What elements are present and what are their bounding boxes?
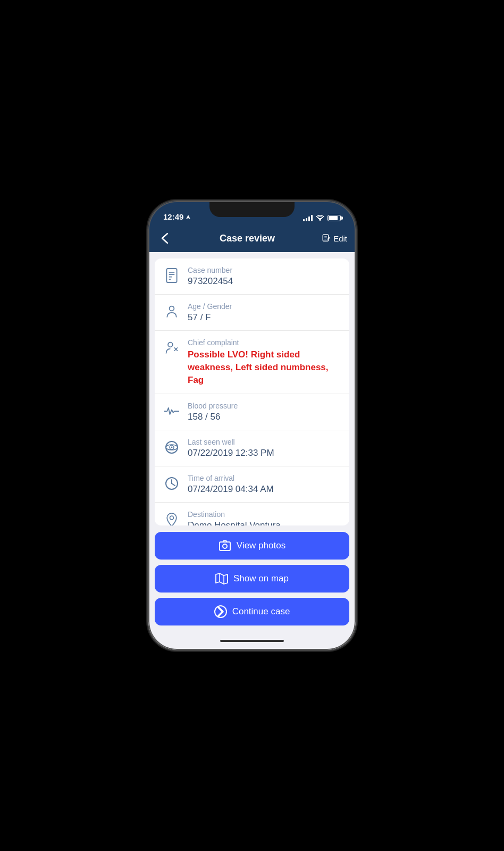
svg-rect-6 xyxy=(166,269,177,282)
blood-pressure-label: Blood pressure xyxy=(188,402,341,410)
chevron-right-icon xyxy=(215,605,226,618)
wifi-icon xyxy=(316,215,324,221)
status-time: 12:49 xyxy=(163,212,191,221)
destination-content: Destination Demo Hospital Ventura xyxy=(188,510,341,525)
show-on-map-button[interactable]: Show on map xyxy=(155,565,349,593)
age-gender-label: Age / Gender xyxy=(188,302,341,311)
last-seen-well-content: Last seen well 07/22/2019 12:33 PM xyxy=(188,438,341,458)
blood-pressure-row: Blood pressure 158 / 56 xyxy=(155,394,349,430)
svg-point-24 xyxy=(223,544,227,548)
time-display: 12:49 xyxy=(163,212,183,221)
svg-point-22 xyxy=(170,516,174,520)
back-button[interactable] xyxy=(157,228,173,248)
svg-point-11 xyxy=(170,306,174,311)
case-number-row: Case number 973202454 xyxy=(155,258,349,295)
nav-bar: Case review Edit xyxy=(148,224,356,252)
time-of-arrival-value: 07/24/2019 04:34 AM xyxy=(188,484,341,495)
edit-button[interactable]: Edit xyxy=(322,233,347,243)
view-photos-button[interactable]: View photos xyxy=(155,532,349,560)
chief-complaint-icon xyxy=(163,339,180,356)
destination-icon xyxy=(163,511,180,525)
phone-frame: 12:49 xyxy=(148,201,356,650)
last-seen-well-row: Last seen well 07/22/2019 12:33 PM xyxy=(155,430,349,466)
battery-icon xyxy=(327,215,341,221)
svg-point-12 xyxy=(168,343,173,347)
map-icon xyxy=(215,572,228,585)
age-gender-content: Age / Gender 57 / F xyxy=(188,302,341,323)
phone-notch xyxy=(209,201,295,217)
chief-complaint-content: Chief complaint Possible LVO! Right side… xyxy=(188,338,341,386)
svg-marker-25 xyxy=(216,573,228,584)
chief-complaint-value: Possible LVO! Right sided weakness, Left… xyxy=(188,348,341,386)
signal-icon xyxy=(303,215,313,221)
case-number-icon xyxy=(163,267,180,284)
time-of-arrival-label: Time of arrival xyxy=(188,474,341,482)
page-title: Case review xyxy=(220,233,275,244)
view-photos-label: View photos xyxy=(237,540,285,551)
time-of-arrival-content: Time of arrival 07/24/2019 04:34 AM xyxy=(188,474,341,495)
blood-pressure-value: 158 / 56 xyxy=(188,412,341,422)
main-content: Case number 973202454 Age / Gender 57 / … xyxy=(148,252,356,632)
continue-case-label: Continue case xyxy=(232,606,290,617)
home-indicator xyxy=(148,632,356,650)
chief-complaint-label: Chief complaint xyxy=(188,338,341,347)
home-bar xyxy=(220,640,284,642)
destination-value: Demo Hospital Ventura xyxy=(188,520,341,525)
edit-icon xyxy=(322,233,331,243)
case-number-value: 973202454 xyxy=(188,276,341,287)
status-icons xyxy=(303,215,341,221)
blood-pressure-content: Blood pressure 158 / 56 xyxy=(188,402,341,422)
blood-pressure-icon xyxy=(163,403,180,420)
chief-complaint-row: Chief complaint Possible LVO! Right side… xyxy=(155,331,349,394)
destination-label: Destination xyxy=(188,510,341,519)
svg-marker-0 xyxy=(186,215,190,219)
show-on-map-label: Show on map xyxy=(233,573,289,584)
continue-arrow-icon xyxy=(214,605,227,618)
svg-point-1 xyxy=(320,220,321,221)
age-gender-row: Age / Gender 57 / F xyxy=(155,295,349,331)
svg-point-17 xyxy=(171,447,173,448)
svg-rect-23 xyxy=(220,542,230,550)
location-arrow-icon xyxy=(186,214,191,220)
destination-row: Destination Demo Hospital Ventura xyxy=(155,503,349,525)
continue-case-button[interactable]: Continue case xyxy=(155,598,349,625)
svg-line-21 xyxy=(172,483,175,486)
case-info-card: Case number 973202454 Age / Gender 57 / … xyxy=(155,258,349,525)
last-seen-well-label: Last seen well xyxy=(188,438,341,446)
last-seen-well-value: 07/22/2019 12:33 PM xyxy=(188,448,341,458)
camera-icon xyxy=(219,539,231,552)
last-seen-well-icon xyxy=(163,439,180,456)
age-gender-value: 57 / F xyxy=(188,312,341,323)
time-of-arrival-icon xyxy=(163,475,180,492)
action-buttons: View photos Show on map Continue cas xyxy=(155,532,349,625)
age-gender-icon xyxy=(163,303,180,320)
case-number-label: Case number xyxy=(188,266,341,274)
edit-label: Edit xyxy=(333,234,347,243)
time-of-arrival-row: Time of arrival 07/24/2019 04:34 AM xyxy=(155,466,349,503)
case-number-content: Case number 973202454 xyxy=(188,266,341,287)
